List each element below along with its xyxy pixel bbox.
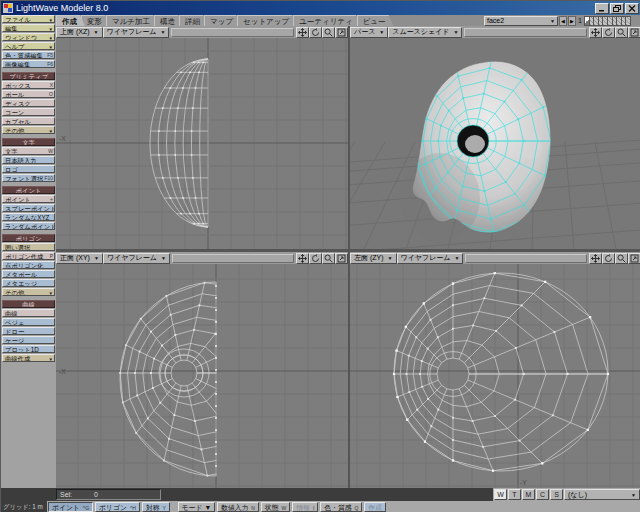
vmap-button-S[interactable]: S: [550, 489, 563, 500]
pan-icon[interactable]: [296, 253, 309, 264]
rotate-icon[interactable]: [602, 27, 615, 38]
sidebar-button-ディスク[interactable]: ディスク: [2, 99, 55, 107]
view-type-dropdown[interactable]: 左面 (ZY)▼: [350, 253, 397, 264]
viewport-canvas-top[interactable]: -X: [56, 38, 348, 249]
mode-button-ポリゴン[interactable]: ポリゴン^H: [95, 502, 140, 512]
sidebar-button-ボール[interactable]: ボールO: [2, 90, 55, 98]
sidebar-button-その他[interactable]: その他▼: [2, 126, 55, 134]
sidebar-button-プロット1D[interactable]: プロット1D: [2, 345, 55, 353]
pan-icon[interactable]: [589, 253, 602, 264]
sidebar-button-ドロー[interactable]: ドロー: [2, 327, 55, 335]
sidebar-button-スプレーポイント[interactable]: スプレーポイント: [2, 204, 55, 212]
sidebar-button-その他[interactable]: その他▼: [2, 288, 55, 296]
tab-ビュー[interactable]: ビュー: [357, 15, 394, 26]
render-mode-dropdown[interactable]: ワイヤフレーム▼: [103, 27, 170, 38]
shortcut-key: Q: [354, 505, 358, 511]
magnifier-icon[interactable]: [615, 27, 628, 38]
rotate-icon[interactable]: [309, 27, 322, 38]
sidebar-menu-ヘルプ[interactable]: ヘルプ▼: [2, 42, 55, 50]
maximize-viewport-icon[interactable]: [628, 253, 640, 264]
sidebar-button-ランダムなXYZ[interactable]: ランダムなXYZ: [2, 213, 55, 221]
tab-構造[interactable]: 構造: [154, 15, 183, 26]
sidebar-button-フォント選択[interactable]: フォント選択F10: [2, 174, 55, 182]
view-type-dropdown[interactable]: 上面 (XZ)▼: [56, 27, 103, 38]
sidebar-button-ケージ[interactable]: ケージ: [2, 336, 55, 344]
sidebar-button-曲線[interactable]: 曲線: [2, 309, 55, 317]
sidebar-button-ロゴ[interactable]: ロゴ: [2, 165, 55, 173]
viewport-canvas-front[interactable]: -X: [56, 264, 348, 488]
sidebar-button-ポリゴン作成[interactable]: ポリゴン作成P: [2, 252, 55, 260]
close-button[interactable]: [625, 3, 639, 14]
maximize-viewport-icon[interactable]: [335, 253, 348, 264]
view-type-dropdown[interactable]: 正面 (XY)▼: [56, 253, 103, 264]
sidebar-button-ランダムポイント[interactable]: ランダムポイント: [2, 222, 55, 230]
tool-button-数値入力[interactable]: 数値入力N: [217, 502, 259, 512]
sidebar-button-ポイント[interactable]: ポイント+: [2, 195, 55, 203]
pan-icon[interactable]: [296, 27, 309, 38]
viewport-titlebar[interactable]: [172, 254, 294, 263]
sidebar-button-ボックス[interactable]: ボックスX: [2, 81, 55, 89]
tool-button-状態[interactable]: 状態W: [261, 502, 290, 512]
tool-button-モード[interactable]: モード ▼: [178, 502, 215, 512]
viewport-titlebar[interactable]: [465, 254, 587, 263]
sidebar-menu-ファイル[interactable]: ファイル▼: [2, 15, 55, 23]
render-mode-dropdown[interactable]: ワイヤフレーム▼: [103, 253, 170, 264]
tab-詳細[interactable]: 詳細: [179, 15, 208, 26]
tool-button-作成[interactable]: 作成: [364, 502, 386, 512]
magnifier-icon[interactable]: [322, 253, 335, 264]
sidebar-button-点ポリゴン化[interactable]: 点ポリゴン化: [2, 261, 55, 269]
tool-button-情報[interactable]: 情報I: [292, 502, 318, 512]
layer-button-10[interactable]: [625, 16, 631, 26]
render-mode-dropdown[interactable]: スムースシェイド▼: [388, 27, 462, 38]
render-mode-label: ワイヤフレーム: [107, 27, 157, 37]
sidebar-button-曲線作成[interactable]: 曲線作成▼: [2, 354, 55, 362]
magnifier-icon[interactable]: [322, 27, 335, 38]
restore-button[interactable]: [610, 3, 624, 14]
tab-変形[interactable]: 変形: [81, 15, 110, 26]
sidebar-button-コーン[interactable]: コーン: [2, 108, 55, 116]
sidebar-button-色・質感編集[interactable]: 色・質感編集F5: [2, 51, 55, 59]
sidebar-button-文字[interactable]: 文字W: [2, 147, 55, 155]
layer-page-next-button[interactable]: ▶: [568, 16, 576, 26]
render-mode-label: ワイヤフレーム: [401, 253, 451, 263]
vmap-button-W[interactable]: W: [494, 489, 507, 500]
magnifier-icon[interactable]: [615, 253, 628, 264]
tab-セットアップ[interactable]: セットアップ: [237, 15, 297, 26]
rotate-icon[interactable]: [602, 253, 615, 264]
tab-作成[interactable]: 作成: [56, 15, 85, 26]
lightwave-modeler-window: LightWave Modeler 8.0 作成変形マルチ加工構造詳細マップセッ…: [0, 0, 640, 512]
object-selector-dropdown[interactable]: face2 ▼: [484, 16, 558, 26]
sidebar-menu-ウィンドウ[interactable]: ウィンドウ▼: [2, 33, 55, 41]
view-type-dropdown[interactable]: パース▼: [350, 27, 388, 38]
sidebar-button-囲い選択[interactable]: 囲い選択: [2, 243, 55, 251]
minimize-button[interactable]: [595, 3, 609, 14]
vmap-button-T[interactable]: T: [508, 489, 521, 500]
maximize-viewport-icon[interactable]: [335, 27, 348, 38]
mode-button-ポイント[interactable]: ポイント^G: [48, 502, 93, 512]
sidebar-button-画像編集[interactable]: 画像編集F6: [2, 60, 55, 68]
sidebar-button-メタボール[interactable]: メタボール: [2, 270, 55, 278]
viewport-canvas-persp[interactable]: [350, 38, 640, 249]
sidebar-button-日本語入力[interactable]: 日本語入力: [2, 156, 55, 164]
tool-button-色・質感[interactable]: 色・質感Q: [320, 502, 362, 512]
vmap-button-C[interactable]: C: [536, 489, 549, 500]
sidebar-button-メタエッジ[interactable]: メタエッジ: [2, 279, 55, 287]
tab-マルチ加工[interactable]: マルチ加工: [106, 15, 158, 26]
tab-ユーティリティ[interactable]: ユーティリティ: [293, 15, 361, 26]
mode-button-対称[interactable]: 対称Y: [142, 502, 170, 512]
viewport-titlebar[interactable]: [171, 28, 294, 37]
render-mode-dropdown[interactable]: ワイヤフレーム▼: [397, 253, 464, 264]
layer-page-prev-button[interactable]: ◀: [559, 16, 567, 26]
rotate-icon[interactable]: [309, 253, 322, 264]
pan-icon[interactable]: [589, 27, 602, 38]
vertex-map-dropdown[interactable]: (なし) ▼: [564, 489, 640, 500]
chevron-down-icon: ▼: [49, 44, 53, 50]
vmap-button-M[interactable]: M: [522, 489, 535, 500]
sidebar-button-カプセル[interactable]: カプセル: [2, 117, 55, 125]
viewport-canvas-side[interactable]: -Y: [350, 264, 640, 488]
sidebar-menu-編集[interactable]: 編集▼: [2, 24, 55, 32]
tab-マップ[interactable]: マップ: [204, 15, 241, 26]
maximize-viewport-icon[interactable]: [628, 27, 640, 38]
viewport-titlebar[interactable]: [464, 28, 587, 37]
sidebar-button-ベジェ[interactable]: ベジェ: [2, 318, 55, 326]
